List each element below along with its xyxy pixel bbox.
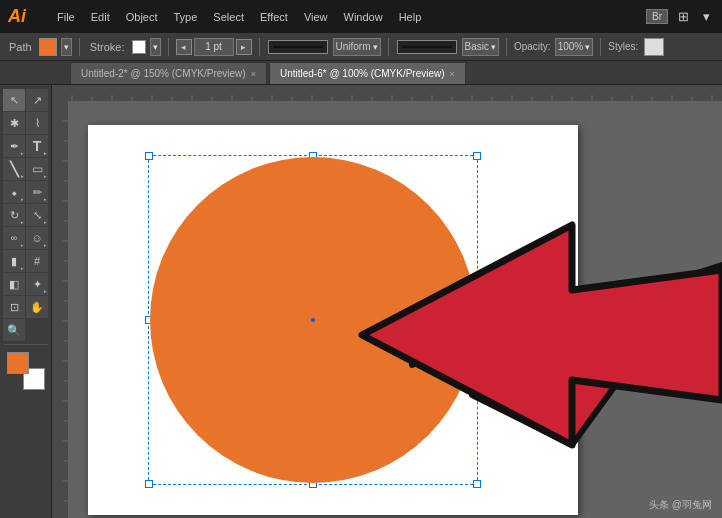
path-label: Path [6,41,35,53]
blend-tool[interactable]: ∞▸ [3,227,25,249]
stroke-label: Stroke: [87,41,128,53]
grid-icon[interactable]: ⊞ [674,7,693,26]
stroke-basic-dropdown[interactable]: Basic▾ [462,38,499,56]
ruler-horizontal [52,85,722,101]
canvas[interactable] [88,125,578,515]
tool-row-6: ↻▸ ⤡▸ [3,204,48,226]
pencil-tool[interactable]: ✏▸ [26,181,48,203]
separator-3 [259,38,260,56]
hand-tool[interactable]: ✋ [26,296,48,318]
stroke-weight-down[interactable]: ◂ [176,39,192,55]
eyedropper-tool[interactable]: ✦▸ [26,273,48,295]
ai-logo: Ai [8,6,44,27]
artboard-tool[interactable]: ⊡ [3,296,25,318]
svg-rect-0 [52,85,722,101]
toolbar-separator [4,344,48,345]
menu-file[interactable]: File [50,9,82,25]
tool-row-2: ✱ ⌇ [3,112,48,134]
opacity-label: Opacity: [514,41,551,52]
tool-row-4: ╲▸ ▭▸ [3,158,48,180]
menu-window[interactable]: Window [337,9,390,25]
separator-5 [506,38,507,56]
stroke-style-uniform[interactable] [268,40,328,54]
tool-row-9: ◧ ✦▸ [3,273,48,295]
menu-bar: File Edit Object Type Select Effect View… [50,7,714,26]
paintbrush-tool[interactable]: ⬥▸ [3,181,25,203]
tool-row-5: ⬥▸ ✏▸ [3,181,48,203]
symbol-sprayer-tool[interactable]: ☺▸ [26,227,48,249]
tool-row-1: ↖ ↗ [3,89,48,111]
ellipse-container [148,155,478,485]
options-bar: Path ▾ Stroke: ▾ ◂ 1 pt ▸ Uniform▾ Basic… [0,33,722,61]
menu-view[interactable]: View [297,9,335,25]
tool-row-7: ∞▸ ☺▸ [3,227,48,249]
title-bar: Ai File Edit Object Type Select Effect V… [0,0,722,33]
menu-help[interactable]: Help [392,9,429,25]
tool-row-3: ✒▸ T▸ [3,135,48,157]
title-bar-right: Br ⊞ ▾ [646,7,714,26]
stroke-uniform-dropdown[interactable]: Uniform▾ [333,38,381,56]
stroke-weight-up[interactable]: ▸ [236,39,252,55]
fill-swatch[interactable] [39,38,57,56]
line-tool[interactable]: ╲▸ [3,158,25,180]
center-point [311,318,315,322]
pen-tool[interactable]: ✒▸ [3,135,25,157]
ruler-vertical [52,101,68,518]
svg-rect-34 [52,101,68,518]
zoom-tool[interactable]: 🔍 [3,319,25,341]
menu-select[interactable]: Select [206,9,251,25]
selection-tool[interactable]: ↖ [3,89,25,111]
opacity-dropdown[interactable]: 100%▾ [555,38,594,56]
tab-close-2[interactable]: × [450,69,455,79]
lasso-tool[interactable]: ⌇ [26,112,48,134]
watermark: 头条 @羽兔网 [649,498,712,512]
tool-row-11: 🔍 [3,319,48,341]
tab-bar: Untitled-2* @ 150% (CMYK/Preview) × Unti… [0,61,722,85]
stroke-weight-input[interactable]: 1 pt [194,38,234,56]
magic-wand-tool[interactable]: ✱ [3,112,25,134]
tab-untitled2[interactable]: Untitled-2* @ 150% (CMYK/Preview) × [70,62,267,84]
separator-2 [168,38,169,56]
column-graph-tool[interactable]: ▮▸ [3,250,25,272]
styles-swatch[interactable] [644,38,664,56]
separator-4 [388,38,389,56]
type-tool[interactable]: T▸ [26,135,48,157]
direct-selection-tool[interactable]: ↗ [26,89,48,111]
rectangle-tool[interactable]: ▭▸ [26,158,48,180]
gradient-tool[interactable]: ◧ [3,273,25,295]
separator-1 [79,38,80,56]
menu-edit[interactable]: Edit [84,9,117,25]
tool-row-8: ▮▸ # [3,250,48,272]
main-area: ↖ ↗ ✱ ⌇ ✒▸ T▸ ╲▸ ▭▸ ⬥▸ ✏▸ ↻▸ ⤡▸ ∞▸ ☺▸ ▮▸ [0,85,722,518]
stroke-swatch[interactable] [132,40,146,54]
menu-type[interactable]: Type [167,9,205,25]
toolbar: ↖ ↗ ✱ ⌇ ✒▸ T▸ ╲▸ ▭▸ ⬥▸ ✏▸ ↻▸ ⤡▸ ∞▸ ☺▸ ▮▸ [0,85,52,518]
placeholder-tool [26,319,48,341]
scale-tool[interactable]: ⤡▸ [26,204,48,226]
menu-effect[interactable]: Effect [253,9,295,25]
mesh-tool[interactable]: # [26,250,48,272]
canvas-area[interactable]: 头条 @羽兔网 [52,85,722,518]
tab-close-1[interactable]: × [251,69,256,79]
foreground-color-swatch[interactable] [7,352,29,374]
rotate-tool[interactable]: ↻▸ [3,204,25,226]
tab-untitled6[interactable]: Untitled-6* @ 100% (CMYK/Preview) × [269,62,466,84]
stroke-style-basic[interactable] [397,40,457,54]
separator-6 [600,38,601,56]
br-badge[interactable]: Br [646,9,668,24]
styles-label: Styles: [608,41,638,52]
fill-dropdown[interactable]: ▾ [61,38,72,56]
tool-row-10: ⊡ ✋ [3,296,48,318]
menu-object[interactable]: Object [119,9,165,25]
expand-icon[interactable]: ▾ [699,7,714,26]
color-swatches [7,352,45,390]
stroke-dropdown[interactable]: ▾ [150,38,161,56]
